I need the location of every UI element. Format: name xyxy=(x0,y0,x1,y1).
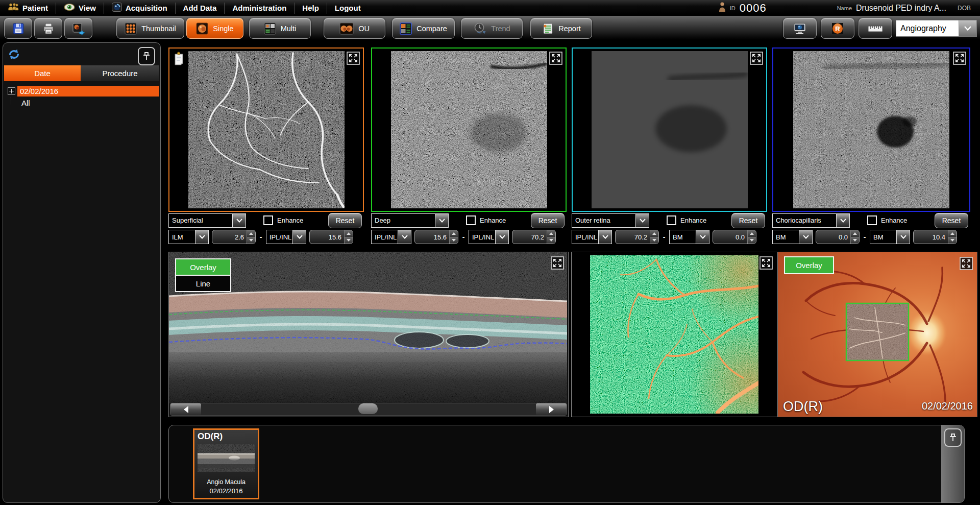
offset1-spinner[interactable]: 70.2 xyxy=(615,230,659,244)
offset2-spinner[interactable]: 10.4 xyxy=(913,230,957,244)
compare-view-button[interactable]: Compare xyxy=(392,18,455,39)
print-button[interactable] xyxy=(34,18,62,39)
chevron-down-icon[interactable] xyxy=(799,230,812,244)
fundus-panel[interactable]: Overlay OD(R) 02/02/2016 xyxy=(777,252,977,417)
thumbnail-view-button[interactable]: Thumbnail xyxy=(116,18,184,39)
mode-dropdown[interactable]: Angiography xyxy=(896,20,977,37)
chevron-down-icon[interactable] xyxy=(232,214,246,227)
offset1-spinner[interactable]: 2.6 xyxy=(212,230,256,244)
expand-icon[interactable] xyxy=(551,256,564,270)
spinner-up-button[interactable] xyxy=(345,230,353,237)
menu-help[interactable]: Help xyxy=(295,0,327,16)
single-view-button[interactable]: Single xyxy=(186,18,243,39)
offset2-spinner[interactable]: 15.6 xyxy=(309,230,353,244)
tree-expand-toggle[interactable] xyxy=(8,87,15,95)
spinner-down-button[interactable] xyxy=(748,237,756,244)
bscan-panel[interactable]: Overlay Line xyxy=(168,252,569,417)
refresh-icon[interactable] xyxy=(7,47,21,63)
angio-image-outer-retina[interactable] xyxy=(572,47,767,212)
chevron-down-icon[interactable] xyxy=(959,20,976,36)
ou-view-button[interactable]: OU xyxy=(324,18,385,39)
line-button[interactable]: Line xyxy=(175,275,231,292)
offset2-spinner[interactable]: 70.2 xyxy=(512,230,556,244)
angio-image-superficial[interactable] xyxy=(168,47,364,212)
report-view-button[interactable]: Report xyxy=(530,18,592,39)
boundary1-select[interactable]: IPL/INL xyxy=(572,230,612,244)
enhance-checkbox[interactable] xyxy=(667,215,676,225)
reset-button[interactable]: Reset xyxy=(531,213,565,228)
spinner-up-button[interactable] xyxy=(948,230,957,237)
fundus-overlay-button[interactable]: Overlay xyxy=(784,256,834,274)
offset1-spinner[interactable]: 15.6 xyxy=(414,230,458,244)
boundary1-select[interactable]: IPL/INL xyxy=(371,230,411,244)
chevron-down-icon[interactable] xyxy=(635,214,649,227)
chevron-down-icon[interactable] xyxy=(896,230,910,244)
menu-administration[interactable]: Administration xyxy=(225,0,294,16)
tree-item-date[interactable]: 02/02/2016 xyxy=(17,86,159,97)
slab-select[interactable]: Outer retina xyxy=(572,213,649,228)
menu-logout[interactable]: Logout xyxy=(327,0,369,16)
spinner-up-button[interactable] xyxy=(851,230,859,237)
slab-select[interactable]: Superficial xyxy=(168,213,246,228)
reset-button[interactable]: Reset xyxy=(731,213,765,228)
spinner-down-button[interactable] xyxy=(547,237,555,244)
menu-add-data[interactable]: Add Data xyxy=(176,0,225,16)
enhance-checkbox[interactable] xyxy=(466,215,476,225)
spinner-down-button[interactable] xyxy=(450,237,458,244)
boundary2-select[interactable]: IPL/INL xyxy=(469,230,509,244)
expand-icon[interactable] xyxy=(750,52,763,65)
expand-icon[interactable] xyxy=(960,257,973,270)
tree-item-all[interactable]: All xyxy=(20,98,31,108)
chevron-down-icon[interactable] xyxy=(292,230,306,244)
angio-image-choriocapillaris[interactable] xyxy=(772,47,970,212)
angio-image-deep[interactable] xyxy=(371,47,567,212)
expand-icon[interactable] xyxy=(760,256,773,270)
spinner-down-button[interactable] xyxy=(247,237,255,244)
menu-patient[interactable]: Patient xyxy=(0,0,56,16)
spinner-up-button[interactable] xyxy=(450,230,458,237)
tab-procedure[interactable]: Procedure xyxy=(81,65,159,81)
chevron-down-icon[interactable] xyxy=(435,214,448,227)
reference-button[interactable]: R xyxy=(821,18,854,39)
tab-date[interactable]: Date xyxy=(4,65,81,81)
enhance-checkbox[interactable] xyxy=(263,215,273,225)
slab-select[interactable]: Choriocapillaris xyxy=(772,213,850,228)
chevron-down-icon[interactable] xyxy=(195,230,208,244)
reset-button[interactable]: Reset xyxy=(328,213,362,228)
offset1-spinner[interactable]: 0.0 xyxy=(816,230,860,244)
multi-view-button[interactable]: Multi xyxy=(249,18,311,39)
boundary1-select[interactable]: BM xyxy=(772,230,813,244)
overlay-button[interactable]: Overlay xyxy=(175,258,231,276)
enhance-checkbox[interactable] xyxy=(867,215,877,225)
scroll-left-button[interactable] xyxy=(170,403,201,415)
chevron-down-icon[interactable] xyxy=(836,214,849,227)
chevron-down-icon[interactable] xyxy=(598,230,611,244)
note-icon[interactable] xyxy=(173,51,185,67)
spinner-down-button[interactable] xyxy=(345,237,353,244)
save-button[interactable] xyxy=(4,18,32,39)
measure-button[interactable] xyxy=(859,18,892,39)
bscan-scrollbar[interactable] xyxy=(170,403,567,416)
spinner-down-button[interactable] xyxy=(948,237,957,244)
chevron-down-icon[interactable] xyxy=(398,230,411,244)
slab-select[interactable]: Deep xyxy=(371,213,449,228)
export-button[interactable] xyxy=(64,18,92,39)
expand-icon[interactable] xyxy=(549,52,562,65)
spinner-down-button[interactable] xyxy=(851,237,859,244)
menu-view[interactable]: View xyxy=(56,0,104,16)
boundary2-select[interactable]: IPL/INL xyxy=(266,230,306,244)
boundary2-select[interactable]: BM xyxy=(870,230,910,244)
boundary1-select[interactable]: ILM xyxy=(168,230,209,244)
spinner-up-button[interactable] xyxy=(650,230,658,237)
reset-button[interactable]: Reset xyxy=(935,213,968,228)
expand-icon[interactable] xyxy=(347,52,360,65)
scrollbar-thumb[interactable] xyxy=(358,403,378,414)
exam-thumbnail-card[interactable]: OD(R) Angio Macula 02/02/2016 xyxy=(193,428,259,499)
scroll-right-button[interactable] xyxy=(536,403,567,415)
expand-icon[interactable] xyxy=(953,52,966,65)
chevron-down-icon[interactable] xyxy=(696,230,709,244)
spinner-up-button[interactable] xyxy=(748,230,756,237)
spinner-up-button[interactable] xyxy=(247,230,255,237)
sidebar-pin-button[interactable] xyxy=(138,47,155,65)
spinner-up-button[interactable] xyxy=(547,230,555,237)
